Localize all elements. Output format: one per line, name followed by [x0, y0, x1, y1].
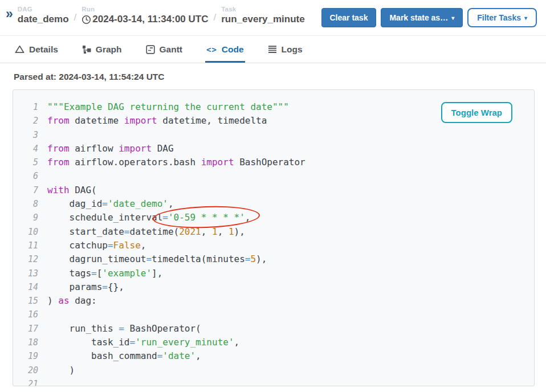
line-number: 21	[13, 377, 38, 386]
code-text: dag_id='date_demo',	[47, 197, 174, 211]
filter-tasks-dropdown[interactable]: Filter Tasks▾	[467, 8, 537, 27]
code-line: 9 schedule_interval='0-59 * * * *',	[13, 211, 534, 224]
code-text: run_this = BashOperator(	[47, 322, 201, 336]
breadcrumb-dag: DAG date_demo	[18, 6, 69, 25]
code-text: )	[47, 364, 75, 377]
breadcrumb-separator: /	[74, 12, 77, 25]
run-timestamp: 2024-03-14, 11:34:00 UTC	[92, 14, 208, 25]
line-number: 8	[13, 197, 38, 211]
logs-lines-icon	[268, 45, 277, 54]
code-line: 5from airflow.operators.bash import Bash…	[13, 156, 534, 169]
breadcrumb-separator: /	[213, 12, 216, 25]
breadcrumb-run-value[interactable]: 2024-03-14, 11:34:00 UTC	[82, 14, 208, 25]
line-number: 15	[13, 294, 38, 308]
tab-logs[interactable]: Logs	[267, 36, 304, 63]
code-line: 16	[13, 308, 534, 321]
tab-label: Gantt	[160, 44, 182, 55]
code-brackets-icon: <>	[206, 45, 217, 54]
details-triangle-icon	[15, 45, 25, 54]
line-number: 10	[13, 225, 38, 239]
tab-label: Code	[222, 44, 244, 55]
clock-icon	[82, 15, 91, 24]
code-text: dagrun_timeout=timedelta(minutes=5),	[47, 252, 267, 266]
breadcrumb-task-value[interactable]: run_every_minute	[221, 14, 304, 25]
breadcrumb-run: Run 2024-03-14, 11:34:00 UTC	[82, 6, 208, 25]
tab-label: Graph	[96, 44, 122, 55]
breadcrumb-task: Task run_every_minute	[221, 6, 304, 25]
line-number: 20	[13, 364, 38, 377]
breadcrumb-dag-value[interactable]: date_demo	[18, 14, 69, 25]
line-number: 2	[13, 114, 38, 128]
graph-sitemap-icon	[82, 45, 91, 54]
code-text: schedule_interval='0-59 * * * *',	[47, 211, 250, 224]
dag-code-panel: Toggle Wrap 1"""Example DAG returning th…	[13, 89, 535, 386]
line-number: 4	[13, 142, 38, 156]
line-number: 6	[13, 169, 38, 183]
code-line: 8 dag_id='date_demo',	[13, 197, 534, 211]
line-number: 11	[13, 239, 38, 252]
sidebar-expand-icon[interactable]: »	[6, 7, 13, 21]
code-text: catchup=False,	[47, 239, 146, 252]
gantt-chart-icon	[146, 45, 155, 54]
code-line: 11 catchup=False,	[13, 239, 534, 252]
tab-label: Details	[29, 44, 58, 55]
tab-code[interactable]: <> Code	[205, 36, 245, 63]
code-text: from airflow.operators.bash import BashO…	[47, 156, 305, 169]
breadcrumb: DAG date_demo / Run 2024-03-14, 11:34:00…	[18, 6, 305, 25]
code-line: 13 tags=['example'],	[13, 267, 534, 280]
header: » DAG date_demo / Run 2024-03-14, 11:34:…	[0, 0, 546, 36]
line-number: 9	[13, 211, 38, 224]
code-text: task_id='run_every_minute',	[47, 336, 239, 349]
mark-state-as-dropdown[interactable]: Mark state as…▾	[381, 8, 463, 27]
line-number: 14	[13, 280, 38, 294]
toggle-wrap-button[interactable]: Toggle Wrap	[441, 102, 512, 123]
code-line: 3	[13, 128, 534, 142]
code-text: from datetime import datetime, timedelta	[47, 114, 267, 128]
code-line: 19 bash_command='date',	[13, 349, 534, 363]
code-line: 12 dagrun_timeout=timedelta(minutes=5),	[13, 252, 534, 266]
tab-label: Logs	[282, 44, 303, 55]
line-number: 16	[13, 308, 38, 321]
code-text: ) as dag:	[47, 294, 97, 308]
code-line: 18 task_id='run_every_minute',	[13, 336, 534, 349]
tab-details[interactable]: Details	[14, 36, 59, 63]
clear-task-button[interactable]: Clear task	[321, 8, 377, 27]
breadcrumb-dag-label: DAG	[18, 6, 69, 13]
caret-down-icon: ▾	[524, 15, 527, 21]
line-number: 7	[13, 183, 38, 197]
breadcrumb-task-label: Task	[221, 6, 304, 13]
line-number: 1	[13, 100, 38, 114]
code-line: 6	[13, 169, 534, 183]
code-line: 14 params={},	[13, 280, 534, 294]
line-number: 19	[13, 349, 38, 363]
line-number: 18	[13, 336, 38, 349]
caret-down-icon: ▾	[451, 15, 454, 21]
line-number: 5	[13, 156, 38, 169]
line-number: 13	[13, 267, 38, 280]
code-lines: 1"""Example DAG returning the current da…	[13, 90, 534, 386]
code-text: with DAG(	[47, 183, 97, 197]
header-actions: Clear task Mark state as…▾ Filter Tasks▾	[321, 6, 537, 27]
code-text: """Example DAG returning the current dat…	[47, 100, 289, 114]
code-text: start_date=datetime(2021, 1, 1),	[47, 225, 245, 239]
breadcrumb-run-label: Run	[82, 6, 208, 13]
code-line: 17 run_this = BashOperator(	[13, 322, 534, 336]
tab-gantt[interactable]: Gantt	[145, 36, 184, 63]
tab-bar: Details Graph Gantt <> Code Logs	[0, 36, 546, 63]
tab-graph[interactable]: Graph	[81, 36, 123, 63]
code-line: 20 )	[13, 364, 534, 377]
code-line: 7with DAG(	[13, 183, 534, 197]
line-number: 12	[13, 252, 38, 266]
line-number: 3	[13, 128, 38, 142]
code-line: 21	[13, 377, 534, 386]
parsed-at-text: Parsed at: 2024-03-14, 11:54:24 UTC	[14, 72, 546, 82]
code-text: from airflow import DAG	[47, 142, 174, 156]
code-text: tags=['example'],	[47, 267, 162, 280]
line-number: 17	[13, 322, 38, 336]
code-text: params={},	[47, 280, 124, 294]
code-line: 15) as dag:	[13, 294, 534, 308]
code-text: bash_command='date',	[47, 349, 201, 363]
code-line: 10 start_date=datetime(2021, 1, 1),	[13, 225, 534, 239]
code-line: 4from airflow import DAG	[13, 142, 534, 156]
